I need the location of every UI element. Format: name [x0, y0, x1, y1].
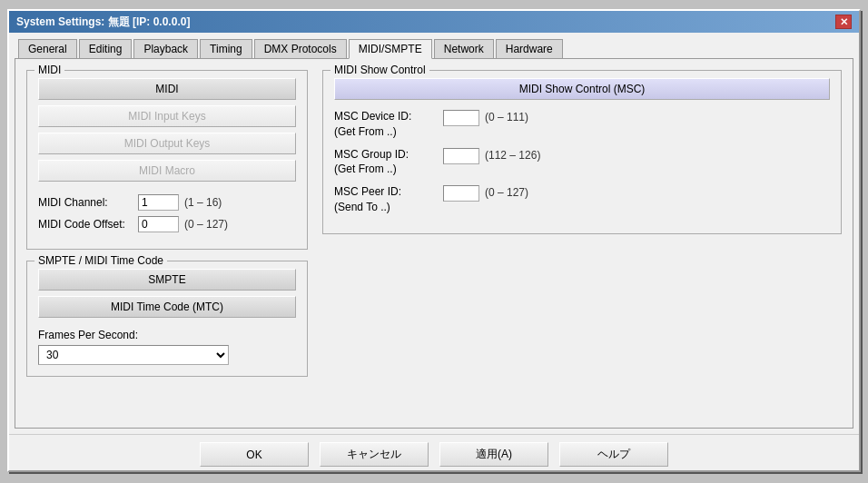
tab-midi-smpte[interactable]: MIDI/SMPTE — [349, 39, 432, 59]
tab-network[interactable]: Network — [434, 39, 494, 59]
peer-id-row: MSC Peer ID: (Send To ..) (0 – 127) — [334, 184, 830, 215]
help-button[interactable]: ヘルプ — [559, 442, 668, 467]
fps-label: Frames Per Second: — [38, 329, 296, 341]
midi-output-keys-button[interactable]: MIDI Output Keys — [38, 133, 296, 154]
midi-macro-button[interactable]: MIDI Macro — [38, 160, 296, 182]
midi-offset-hint: (0 – 127) — [184, 218, 228, 231]
fps-select[interactable]: 24 25 29.97 30 — [38, 345, 229, 365]
midi-button[interactable]: MIDI — [38, 78, 296, 100]
left-panel: MIDI MIDI MIDI Input Keys MIDI Output Ke… — [26, 70, 308, 417]
msc-group: MIDI Show Control MIDI Show Control (MSC… — [322, 70, 842, 234]
peer-id-label: MSC Peer ID: (Send To ..) — [334, 184, 443, 215]
group-id-hint: (112 – 126) — [485, 149, 540, 162]
group-id-row: MSC Group ID: (Get From ..) (112 – 126) — [334, 147, 830, 178]
tab-bar: General Editing Playback Timing DMX Prot… — [15, 38, 853, 58]
smpte-group-label: SMPTE / MIDI Time Code — [35, 254, 167, 267]
peer-id-hint: (0 – 127) — [485, 186, 528, 199]
peer-id-input[interactable] — [443, 185, 479, 202]
tab-playback[interactable]: Playback — [133, 39, 198, 59]
title-bar: System Settings: 無題 [IP: 0.0.0.0] ✕ — [9, 11, 859, 33]
device-id-input[interactable] — [443, 110, 479, 126]
fps-row: Frames Per Second: 24 25 29.97 30 — [38, 329, 296, 365]
smpte-button[interactable]: SMPTE — [38, 269, 296, 291]
group-id-input[interactable] — [443, 148, 479, 164]
group-id-label: MSC Group ID: (Get From ..) — [334, 147, 443, 178]
midi-group-label: MIDI — [35, 64, 64, 76]
tab-hardware[interactable]: Hardware — [496, 39, 563, 59]
close-button[interactable]: ✕ — [835, 15, 852, 29]
device-id-hint: (0 – 111) — [485, 111, 528, 123]
midi-channel-input[interactable] — [138, 194, 179, 211]
midi-channel-label: MIDI Channel: — [38, 196, 138, 209]
msc-button[interactable]: MIDI Show Control (MSC) — [334, 78, 830, 100]
midi-group: MIDI MIDI MIDI Input Keys MIDI Output Ke… — [26, 70, 308, 250]
tab-timing[interactable]: Timing — [200, 39, 252, 59]
window-title: System Settings: 無題 [IP: 0.0.0.0] — [16, 15, 190, 30]
smpte-group: SMPTE / MIDI Time Code SMPTE MIDI Time C… — [26, 261, 308, 377]
msc-group-label: MIDI Show Control — [330, 64, 429, 76]
ok-button[interactable]: OK — [200, 442, 309, 467]
main-window: System Settings: 無題 [IP: 0.0.0.0] ✕ Gene… — [7, 9, 861, 472]
midi-input-keys-button[interactable]: MIDI Input Keys — [38, 105, 296, 127]
device-id-row: MSC Device ID: (Get From ..) (0 – 111) — [334, 109, 830, 140]
cancel-button[interactable]: キャンセル — [320, 442, 429, 467]
midi-offset-input[interactable] — [138, 216, 179, 232]
tab-dmx[interactable]: DMX Protocols — [254, 39, 347, 59]
midi-offset-label: MIDI Code Offset: — [38, 218, 138, 231]
right-panel: MIDI Show Control MIDI Show Control (MSC… — [322, 70, 842, 417]
tab-editing[interactable]: Editing — [79, 39, 133, 59]
tab-content-midi-smpte: MIDI MIDI MIDI Input Keys MIDI Output Ke… — [15, 58, 853, 429]
mtc-button[interactable]: MIDI Time Code (MTC) — [38, 296, 296, 318]
window-content: General Editing Playback Timing DMX Prot… — [9, 33, 859, 434]
midi-offset-row: MIDI Code Offset: (0 – 127) — [38, 216, 296, 232]
midi-channel-hint: (1 – 16) — [184, 196, 222, 209]
midi-channel-row: MIDI Channel: (1 – 16) — [38, 194, 296, 211]
apply-button[interactable]: 適用(A) — [439, 442, 548, 467]
tab-general[interactable]: General — [18, 39, 77, 59]
device-id-label: MSC Device ID: (Get From ..) — [334, 109, 443, 140]
footer: OK キャンセル 適用(A) ヘルプ — [9, 434, 859, 470]
